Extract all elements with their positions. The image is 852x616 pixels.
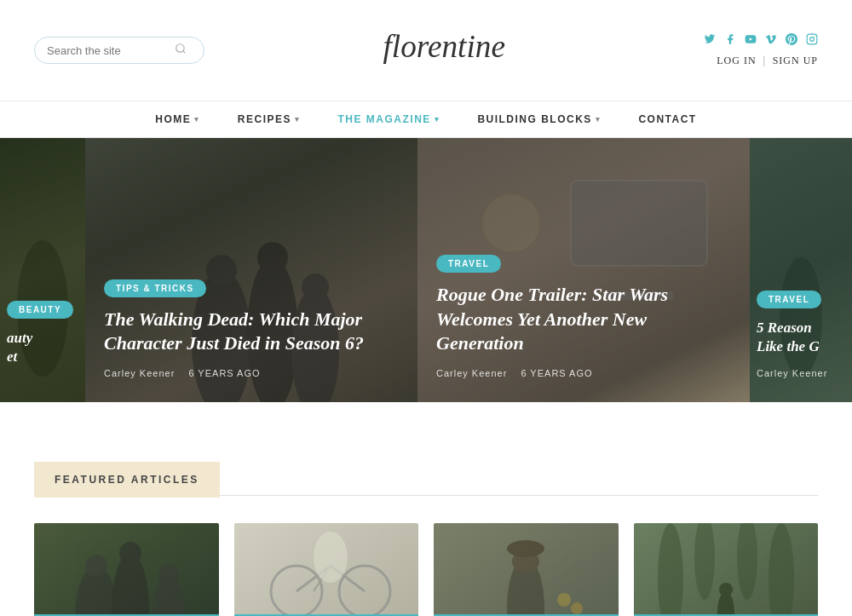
slide-tag-badge: TRAVEL (436, 255, 501, 273)
signup-link[interactable]: SIGN UP (773, 55, 818, 67)
svg-point-39 (737, 523, 757, 600)
article-card[interactable]: TIPS & TRICKS (434, 523, 619, 616)
svg-point-23 (158, 564, 179, 584)
slide-title: The Walking Dead: Which Major Character … (104, 308, 404, 356)
section-title-box: FEATURED ARTICLES (34, 462, 220, 498)
search-input[interactable] (47, 44, 175, 57)
twitter-icon[interactable] (704, 33, 716, 49)
pinterest-icon[interactable] (786, 33, 797, 49)
slide-tag-badge: TRAVEL (757, 291, 821, 308)
hero-slide-main-right[interactable]: TRAVEL Rogue One Trailer: Star Wars Welc… (417, 138, 750, 402)
svg-point-33 (557, 593, 571, 607)
slide-tag-badge: TIPS & TRICKS (104, 279, 206, 297)
slide-time: 6 YEARS AGO (521, 368, 592, 378)
auth-separator: | (763, 54, 766, 67)
nav-magazine[interactable]: THE MAGAZINE ▾ (320, 101, 459, 137)
hero-slide-partial-left[interactable]: BEAUTY autyet (0, 138, 85, 402)
social-icons-bar (704, 33, 818, 49)
slide-author: Carley Keener (104, 368, 175, 378)
article-card[interactable]: TIPS & TRICKS (634, 523, 819, 616)
slide-title: autyet (7, 329, 78, 366)
nav-building-blocks[interactable]: BUILDING BLOCKS ▾ (458, 101, 619, 137)
svg-point-29 (314, 532, 348, 583)
search-icon[interactable] (175, 43, 187, 58)
slide-meta: Carley Keener 6 YEARS AGO (436, 368, 736, 378)
svg-point-34 (571, 602, 583, 614)
svg-text:florentine: florentine (383, 29, 505, 64)
login-link[interactable]: LOG IN (717, 55, 756, 67)
svg-point-36 (658, 523, 683, 616)
instagram-icon[interactable] (806, 33, 818, 49)
svg-point-41 (719, 583, 733, 596)
chevron-down-icon: ▾ (194, 115, 200, 124)
youtube-icon[interactable] (745, 33, 757, 49)
svg-point-38 (694, 523, 715, 600)
slide-time: 6 YEARS AGO (188, 368, 260, 378)
svg-point-37 (769, 523, 794, 616)
facebook-icon[interactable] (724, 33, 736, 49)
main-nav: HOME ▾ RECIPES ▾ THE MAGAZINE ▾ BUILDING… (0, 101, 852, 138)
search-form (34, 37, 204, 64)
section-header: FEATURED ARTICLES (34, 462, 818, 498)
svg-rect-4 (807, 34, 817, 44)
hero-slider: BEAUTY autyet TIPS & TRICKS The Walking … (0, 138, 852, 402)
slide-tag-badge: BEAUTY (7, 301, 73, 319)
svg-point-5 (810, 37, 815, 42)
svg-line-1 (183, 51, 186, 54)
slide-meta: Carley Keener 6 YEARS AGO (104, 368, 404, 378)
svg-point-0 (176, 44, 184, 52)
svg-point-22 (119, 542, 141, 564)
slide-author: Carley Keener (436, 368, 507, 378)
svg-point-6 (815, 36, 815, 37)
slide-meta: Carley Keener (757, 368, 845, 378)
section-title-line (220, 495, 818, 496)
nav-recipes[interactable]: RECIPES ▾ (219, 101, 320, 137)
featured-section: FEATURED ARTICLES TIPS & TRICKS (0, 428, 852, 616)
vimeo-icon[interactable] (765, 33, 777, 49)
chevron-down-icon: ▾ (295, 115, 301, 124)
auth-links: LOG IN | SIGN UP (717, 54, 818, 67)
chevron-down-icon: ▾ (435, 115, 440, 124)
slide-title: 5 ReasonLike the G (757, 319, 845, 356)
nav-home[interactable]: HOME ▾ (136, 101, 219, 137)
header-right: LOG IN | SIGN UP (704, 33, 818, 67)
hero-slide-partial-right[interactable]: TRAVEL 5 ReasonLike the G Carley Keener (750, 138, 852, 402)
article-card[interactable]: TIPS & TRICKS (234, 523, 419, 616)
chevron-down-icon: ▾ (596, 115, 602, 124)
hero-slide-main-left[interactable]: TIPS & TRICKS The Walking Dead: Which Ma… (85, 138, 417, 402)
article-card[interactable]: TIPS & TRICKS (34, 523, 219, 616)
articles-grid: TIPS & TRICKS TIPS & TRICKS (34, 523, 818, 616)
slide-title: Rogue One Trailer: Star Wars Welcomes Ye… (436, 283, 736, 356)
svg-point-32 (507, 540, 544, 557)
site-header: florentine LOG IN | (0, 0, 852, 101)
slide-author: Carley Keener (757, 368, 827, 378)
logo[interactable]: florentine (204, 15, 704, 85)
nav-contact[interactable]: CONTACT (619, 101, 715, 137)
svg-point-21 (85, 555, 107, 577)
